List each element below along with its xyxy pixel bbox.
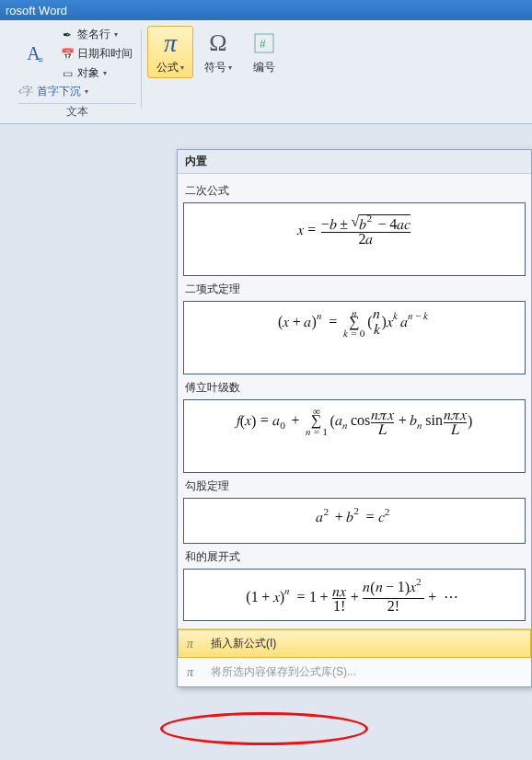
svg-text:#: # <box>260 38 266 51</box>
signature-label: 签名行 <box>77 27 110 42</box>
ribbon: A≡ ✒ 签名行 ▾ 📅 日期和时间 ▭ 对象 ▾ ‹字 <box>0 20 532 124</box>
equation-gallery: 内置 二次公式 x=−b±b2−4ac2a 二项式定理 (x+a)n=∑k=0n… <box>177 149 532 687</box>
signature-icon: ✒ <box>61 29 74 41</box>
signature-line-button[interactable]: ✒ 签名行 ▾ <box>57 26 136 43</box>
calendar-icon: 📅 <box>61 48 74 61</box>
equation-item-pythagoras[interactable]: a2+b2=c2 <box>183 498 526 544</box>
symbol-button[interactable]: Ω 符号▾ <box>197 27 239 77</box>
dropcap-label[interactable]: 首字下沉 <box>37 84 81 99</box>
object-label: 对象 <box>77 65 99 81</box>
insert-new-equation-label: 插入新公式(I) <box>211 636 276 651</box>
app-title: rosoft Word <box>6 4 67 17</box>
chevron-down-icon: ▾ <box>180 63 184 72</box>
equation-title: 傅立叶级数 <box>185 380 526 396</box>
save-to-gallery: π 将所选内容保存到公式库(S)... <box>178 658 531 686</box>
number-icon: # <box>249 29 279 58</box>
equation-item-quadratic[interactable]: x=−b±b2−4ac2a <box>183 202 526 276</box>
chevron-down-icon: ▾ <box>228 63 232 72</box>
equation-title: 二次公式 <box>185 183 526 199</box>
gallery-scroll[interactable]: 二次公式 x=−b±b2−4ac2a 二项式定理 (x+a)n=∑k=0n(nk… <box>178 174 531 628</box>
object-icon: ▭ <box>61 67 74 80</box>
chevron-down-icon: ▾ <box>85 87 88 96</box>
group-text: A≡ ✒ 签名行 ▾ 📅 日期和时间 ▭ 对象 ▾ ‹字 <box>13 26 142 121</box>
number-label: 编号 <box>253 60 275 75</box>
group-text-label: 文本 <box>18 103 136 121</box>
dropcap-button[interactable]: A≡ <box>18 38 53 71</box>
equation-item-expansion[interactable]: (1+x)n=1+nx1!+n(n−1)x22!+⋯ <box>183 569 526 621</box>
group-symbols: π 公式▾ Ω 符号▾ # 编号 . <box>142 26 291 98</box>
gallery-footer: π 插入新公式(I) π 将所选内容保存到公式库(S)... <box>178 628 531 686</box>
chevron-down-icon: ▾ <box>103 69 107 77</box>
equation-title: 和的展开式 <box>185 549 526 565</box>
equation-button[interactable]: π 公式▾ <box>147 26 193 78</box>
symbol-label: 符号 <box>204 60 226 75</box>
save-to-gallery-label: 将所选内容保存到公式库(S)... <box>211 664 356 680</box>
pi-save-icon: π <box>187 665 203 680</box>
datetime-label: 日期和时间 <box>77 46 133 62</box>
insert-new-equation[interactable]: π 插入新公式(I) <box>178 629 531 658</box>
equation-title: 二项式定理 <box>185 282 526 297</box>
pi-icon: π <box>187 637 203 651</box>
dropcap-icon: A≡ <box>21 40 51 69</box>
equation-item-fourier[interactable]: f(x)=a0+∑n=1∞(ancosnπxL+bnsinnπxL) <box>183 399 526 473</box>
omega-icon: Ω <box>203 29 233 58</box>
equation-title: 勾股定理 <box>185 478 526 494</box>
pi-icon: π <box>156 29 185 58</box>
titlebar: rosoft Word <box>0 0 532 20</box>
object-button[interactable]: ▭ 对象 ▾ <box>57 64 136 82</box>
date-time-button[interactable]: 📅 日期和时间 <box>57 45 136 63</box>
equation-label: 公式 <box>156 60 179 75</box>
number-button[interactable]: # 编号 <box>243 27 285 77</box>
chevron-down-icon: ▾ <box>114 30 118 39</box>
gallery-header: 内置 <box>178 150 531 174</box>
annotation-highlight <box>160 712 368 745</box>
wordart-stub: ‹字 <box>18 84 33 99</box>
equation-item-binomial[interactable]: (x+a)n=∑k=0n(nk)xkan−k <box>183 301 526 374</box>
